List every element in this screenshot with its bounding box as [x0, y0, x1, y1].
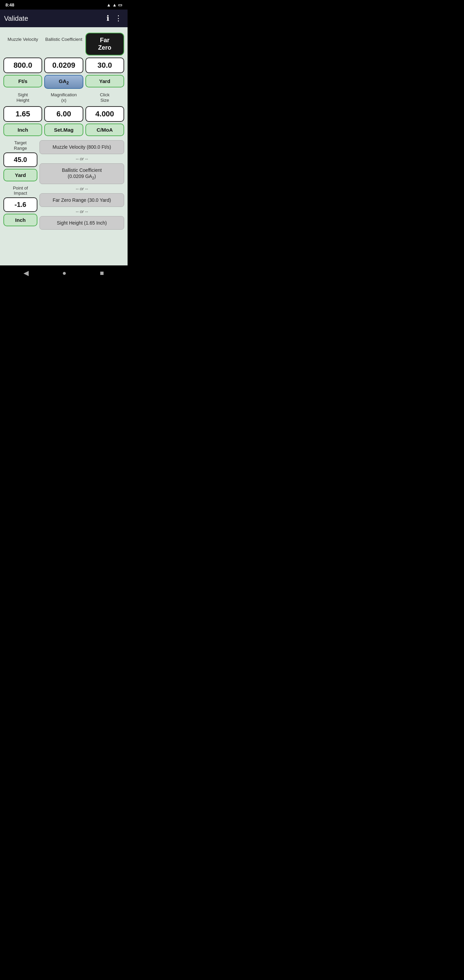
muzzle-velocity-field: 800.0 Ft/s — [3, 57, 42, 88]
info-section: TargetRange 45.0 Yard Point ofImpact -1.… — [3, 140, 124, 230]
magnification-unit[interactable]: Set.Mag — [44, 124, 83, 136]
home-button[interactable]: ● — [62, 269, 66, 277]
status-icons: ▲ ▲ ▭ — [106, 2, 122, 8]
info-button[interactable]: ℹ — [105, 13, 111, 24]
right-column: Muzzle Velocity (800.0 Ft/s) -- or -- Ba… — [40, 140, 124, 230]
click-size-field: 4.000 C/MoA — [86, 106, 124, 136]
recent-button[interactable]: ■ — [100, 269, 104, 277]
row2-values: 1.65 Inch 6.00 Set.Mag 4.000 C/MoA — [3, 106, 124, 136]
left-column: TargetRange 45.0 Yard Point ofImpact -1.… — [3, 140, 37, 230]
ballistic-coefficient-label: Ballistic Coefficient — [45, 33, 82, 42]
magnification-field: 6.00 Set.Mag — [44, 106, 83, 136]
point-of-impact-unit[interactable]: Inch — [3, 214, 37, 226]
muzzle-velocity-info-box[interactable]: Muzzle Velocity (800.0 Ft/s) — [40, 140, 124, 154]
far-zero-range-info-box[interactable]: Far Zero Range (30.0 Yard) — [40, 193, 124, 207]
or-divider-1: -- or -- — [40, 156, 124, 161]
click-size-group: ClickSize — [86, 92, 124, 104]
magnification-group: Magnification(x) — [44, 92, 83, 104]
sight-height-unit[interactable]: Inch — [3, 124, 42, 136]
battery-icon: ▭ — [118, 2, 122, 8]
or-divider-3: -- or -- — [40, 209, 124, 214]
sight-height-value[interactable]: 1.65 — [3, 106, 42, 122]
status-bar: 8:48 ▲ ▲ ▭ — [0, 0, 127, 10]
far-zero-group: FarZero — [86, 33, 124, 56]
muzzle-velocity-unit[interactable]: Ft/s — [3, 75, 42, 88]
target-range-label: TargetRange — [14, 140, 27, 151]
ballistic-coefficient-unit[interactable]: GA2 — [44, 75, 83, 89]
muzzle-velocity-group: Muzzle Velocity — [3, 33, 42, 43]
ballistic-coefficient-field: 0.0209 GA2 — [44, 57, 83, 89]
row1-labels: Muzzle Velocity Ballistic Coefficient Fa… — [3, 33, 124, 56]
magnification-value[interactable]: 6.00 — [44, 106, 83, 122]
back-button[interactable]: ◀ — [24, 269, 29, 277]
click-size-label: ClickSize — [100, 92, 110, 103]
point-of-impact-value[interactable]: -1.6 — [3, 197, 37, 212]
sight-height-info-box[interactable]: Sight Height (1.65 Inch) — [40, 216, 124, 230]
sight-height-group: SightHeight — [3, 92, 42, 104]
top-bar-actions: ℹ ⋮ — [105, 13, 124, 24]
page-title: Validate — [4, 14, 28, 22]
point-of-impact-label: Point ofImpact — [13, 185, 28, 196]
target-range-unit[interactable]: Yard — [3, 169, 37, 181]
signal-icon: ▲ — [112, 2, 117, 8]
muzzle-velocity-label: Muzzle Velocity — [8, 33, 38, 42]
sight-height-label: SightHeight — [16, 92, 29, 103]
wifi-icon: ▲ — [106, 2, 111, 8]
far-zero-value[interactable]: 30.0 — [86, 57, 124, 73]
main-content: Muzzle Velocity Ballistic Coefficient Fa… — [0, 27, 127, 266]
or-divider-2: -- or -- — [40, 186, 124, 191]
click-size-value[interactable]: 4.000 — [86, 106, 124, 122]
top-bar: Validate ℹ ⋮ — [0, 10, 127, 27]
far-zero-unit[interactable]: Yard — [86, 75, 124, 88]
status-time: 8:48 — [5, 2, 14, 8]
bottom-nav: ◀ ● ■ — [0, 266, 127, 280]
menu-button[interactable]: ⋮ — [113, 13, 124, 24]
ballistic-coefficient-value[interactable]: 0.0209 — [44, 57, 83, 73]
row1-values: 800.0 Ft/s 0.0209 GA2 30.0 Yard — [3, 57, 124, 89]
ballistic-coefficient-group: Ballistic Coefficient — [44, 33, 83, 43]
time-display: 8:48 — [5, 2, 14, 8]
muzzle-velocity-value[interactable]: 800.0 — [3, 57, 42, 73]
far-zero-field: 30.0 Yard — [86, 57, 124, 88]
ballistic-coefficient-info-box[interactable]: Ballistic Coefficient(0.0209 GA2) — [40, 163, 124, 184]
target-range-value[interactable]: 45.0 — [3, 153, 37, 167]
sight-height-field: 1.65 Inch — [3, 106, 42, 136]
magnification-label: Magnification(x) — [51, 92, 77, 103]
click-size-unit[interactable]: C/MoA — [86, 124, 124, 136]
row2-labels: SightHeight Magnification(x) ClickSize — [3, 92, 124, 104]
far-zero-button[interactable]: FarZero — [86, 33, 124, 56]
